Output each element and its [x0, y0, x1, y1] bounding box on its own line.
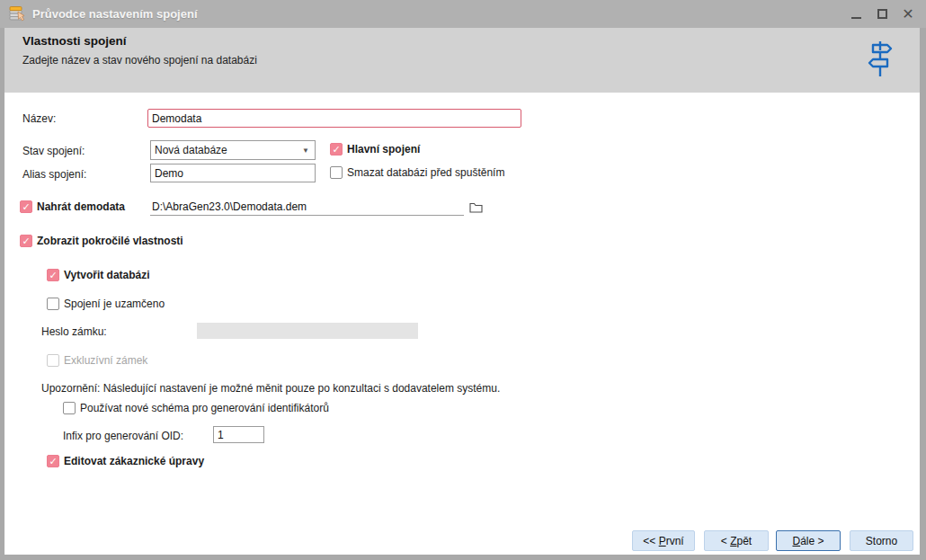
maximize-button[interactable] — [875, 7, 889, 22]
browse-folder-button[interactable] — [467, 200, 484, 215]
nazev-label: Název: — [22, 112, 56, 125]
checkbox-label: Zobrazit pokročilé vlastnosti — [37, 235, 183, 247]
check-icon: ✓ — [332, 145, 340, 155]
checkbox-box: ✓ — [47, 298, 59, 310]
cancel-button[interactable]: Storno — [850, 530, 913, 551]
wizard-window: Průvodce nastavením spojení ✕ Vlastnosti… — [0, 0, 926, 560]
checkbox-label: Spojení je uzamčeno — [64, 298, 165, 310]
folder-icon — [469, 201, 483, 213]
checkbox-label: Vytvořit databázi — [64, 269, 150, 281]
smazat-databazi-checkbox[interactable]: ✓ Smazat databázi před spuštěním — [330, 166, 504, 179]
next-button[interactable]: Dále > — [776, 530, 841, 551]
heslo-zamku-input — [197, 323, 418, 339]
checkbox-box: ✓ — [20, 200, 32, 213]
page-title: Vlastnosti spojení — [22, 34, 127, 48]
checkbox-box: ✓ — [330, 166, 343, 179]
checkbox-box: ✓ — [330, 143, 343, 156]
nazev-input[interactable] — [147, 109, 521, 128]
check-icon: ✓ — [22, 202, 30, 212]
alias-label: Alias spojení: — [22, 168, 86, 181]
minimize-icon — [851, 17, 861, 19]
hlavni-spojeni-checkbox[interactable]: ✓ Hlavní spojení — [330, 143, 420, 156]
demodata-path-input[interactable] — [150, 199, 464, 216]
button-label: P — [659, 535, 666, 547]
infix-label: Infix pro generování OID: — [63, 430, 183, 442]
warning-text: Upozornění: Následující nastavení je mož… — [41, 382, 500, 395]
check-icon: ✓ — [49, 457, 57, 467]
button-label: Z — [730, 535, 736, 547]
checkbox-label: Používat nové schéma pro generování iden… — [80, 402, 329, 414]
wizard-body — [4, 93, 920, 555]
checkbox-label: Nahrát demodata — [37, 200, 125, 213]
minimize-button[interactable] — [849, 7, 863, 22]
window-titlebar: Průvodce nastavením spojení ✕ — [0, 0, 926, 28]
stav-selected-value: Nová databáze — [151, 144, 302, 156]
close-icon: ✕ — [902, 7, 913, 22]
checkbox-label: Hlavní spojení — [347, 143, 420, 156]
signpost-icon — [866, 40, 895, 77]
button-label: ále > — [800, 535, 824, 547]
back-button[interactable]: < Zpět — [704, 530, 769, 551]
window-title: Průvodce nastavením spojení — [32, 7, 198, 21]
button-label: pět — [737, 535, 752, 547]
close-button[interactable]: ✕ — [901, 7, 915, 22]
checkbox-box: ✓ — [47, 455, 59, 467]
wizard-header: Vlastnosti spojení Zadejte název a stav … — [4, 28, 920, 93]
pouzivat-schema-checkbox[interactable]: ✓ Používat nové schéma pro generování id… — [63, 402, 329, 414]
spojeni-uzamceno-checkbox[interactable]: ✓ Spojení je uzamčeno — [47, 298, 165, 310]
checkbox-label: Smazat databázi před spuštěním — [347, 166, 504, 179]
chevron-down-icon: ▼ — [302, 147, 315, 155]
maximize-icon — [877, 9, 887, 19]
heslo-zamku-label: Heslo zámku: — [41, 325, 107, 338]
check-icon: ✓ — [49, 271, 57, 280]
button-label: D — [792, 535, 800, 547]
exkluzivni-zamek-checkbox: ✓ Exkluzívní zámek — [47, 354, 147, 367]
infix-input[interactable] — [213, 426, 264, 443]
alias-input[interactable] — [150, 164, 316, 182]
checkbox-label: Editovat zákaznické úpravy — [64, 455, 204, 467]
checkbox-box: ✓ — [20, 235, 32, 247]
app-icon — [8, 4, 28, 23]
stav-select[interactable]: Nová databáze ▼ — [150, 140, 316, 160]
checkbox-box: ✓ — [47, 354, 59, 367]
nahrat-demodata-checkbox[interactable]: ✓ Nahrát demodata — [20, 200, 125, 213]
page-subtitle: Zadejte název a stav nového spojení na d… — [22, 54, 257, 67]
stav-label: Stav spojení: — [22, 145, 85, 157]
checkbox-label: Exkluzívní zámek — [64, 354, 147, 367]
editovat-upravy-checkbox[interactable]: ✓ Editovat zákaznické úpravy — [47, 455, 204, 467]
button-label: Storno — [866, 535, 897, 547]
checkbox-box: ✓ — [47, 269, 59, 281]
zobrazit-pokrocile-checkbox[interactable]: ✓ Zobrazit pokročilé vlastnosti — [20, 235, 183, 247]
button-label: << — [643, 535, 658, 547]
vytvorit-databazi-checkbox[interactable]: ✓ Vytvořit databázi — [47, 269, 150, 281]
button-label: < — [721, 535, 730, 547]
first-button[interactable]: << První — [632, 530, 695, 551]
button-label: rvní — [666, 535, 684, 547]
check-icon: ✓ — [22, 236, 30, 246]
checkbox-box: ✓ — [63, 402, 76, 414]
